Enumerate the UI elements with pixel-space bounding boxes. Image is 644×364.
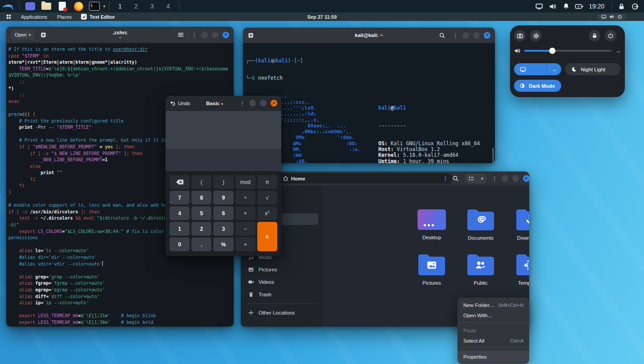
- close-button[interactable]: ×: [223, 32, 229, 38]
- workspace-4[interactable]: 4: [160, 3, 176, 10]
- logout-icon[interactable]: [628, 1, 641, 12]
- search-icon[interactable]: [452, 175, 459, 182]
- terminal-dropdown-chevron-icon[interactable]: ▾: [103, 4, 105, 8]
- close-button[interactable]: ×: [484, 32, 490, 39]
- taskbar-firefox-icon[interactable]: [73, 1, 84, 11]
- key-6[interactable]: 6: [213, 206, 233, 220]
- key-divide[interactable]: ÷: [235, 191, 255, 204]
- key-2[interactable]: 2: [191, 222, 211, 236]
- key-8[interactable]: 8: [191, 191, 211, 204]
- host-clock[interactable]: 19:20: [589, 3, 604, 10]
- key-sqrt[interactable]: √: [257, 191, 277, 204]
- workspace-2[interactable]: 2: [128, 3, 144, 10]
- kebab-menu-icon[interactable]: ⋮: [191, 32, 197, 38]
- new-tab-icon[interactable]: [40, 32, 47, 38]
- lock-session-icon[interactable]: [615, 1, 628, 12]
- file-manager-titlebar[interactable]: Home ⋮ ▾ ⋮ ×: [241, 172, 529, 186]
- view-toggle-button[interactable]: ▾: [465, 174, 486, 184]
- key-point[interactable]: .: [191, 237, 211, 251]
- sidebar-item-pictures[interactable]: Pictures: [241, 263, 321, 276]
- taskbar-file-manager-icon[interactable]: [25, 1, 36, 11]
- kali-logo[interactable]: [1, 1, 15, 12]
- maximize-button[interactable]: [260, 100, 267, 106]
- focused-app-indicator[interactable]: Text Editor: [77, 14, 119, 20]
- close-button[interactable]: ×: [271, 100, 277, 106]
- folder-item-pictures[interactable]: Pictures: [407, 253, 456, 298]
- dark-mode-toggle[interactable]: Dark Mode: [514, 80, 561, 92]
- maximize-button[interactable]: [512, 175, 519, 182]
- gnome-status-area[interactable]: [597, 14, 626, 20]
- kebab-menu-icon[interactable]: ⋮: [239, 100, 245, 106]
- taskbar-terminal-icon[interactable]: $: [89, 1, 100, 11]
- key-4[interactable]: 4: [170, 206, 190, 220]
- key-0[interactable]: 0: [170, 237, 190, 251]
- minimize-button[interactable]: [462, 32, 469, 39]
- power-button[interactable]: [605, 30, 616, 41]
- key-equals[interactable]: =: [257, 222, 277, 251]
- key-7[interactable]: 7: [170, 191, 190, 204]
- key-9[interactable]: 9: [213, 191, 233, 204]
- key-pi[interactable]: π: [257, 175, 277, 189]
- volume-slider[interactable]: [524, 50, 612, 52]
- sidebar-item-other-locations[interactable]: Other Locations: [241, 307, 321, 319]
- notifications-bell-icon[interactable]: [559, 1, 573, 12]
- volume-slider-knob[interactable]: [549, 48, 555, 54]
- key-1[interactable]: 1: [170, 222, 190, 236]
- new-tab-icon[interactable]: [247, 32, 254, 39]
- taskbar-text-document-icon[interactable]: [57, 1, 68, 11]
- maximize-button[interactable]: [473, 32, 480, 39]
- text-editor-titlebar[interactable]: Open ▾ .zshrc ~/ ⋮ ×: [6, 27, 234, 43]
- folder-item-desktop[interactable]: Desktop: [407, 208, 456, 253]
- volume-tray-icon[interactable]: [546, 1, 559, 12]
- path-bar-menu-icon[interactable]: ⋮: [442, 175, 448, 182]
- workspace-3[interactable]: 3: [144, 3, 160, 10]
- workspace-1[interactable]: 1: [112, 3, 128, 10]
- terminal-titlebar[interactable]: kali@kali: ~ ⋮ ×: [243, 28, 495, 43]
- key-minus[interactable]: −: [235, 222, 255, 236]
- path-bar[interactable]: Home ⋮: [279, 173, 452, 184]
- kebab-menu-icon[interactable]: ⋮: [492, 175, 498, 182]
- menu-item-properties[interactable]: Properties: [458, 351, 529, 363]
- volume-submenu-arrow-icon[interactable]: →: [616, 48, 621, 54]
- kebab-menu-icon[interactable]: ⋮: [453, 32, 458, 39]
- apps-grid-icon[interactable]: [6, 14, 12, 20]
- maximize-button[interactable]: [212, 32, 219, 38]
- view-options-chevron-icon[interactable]: ▾: [478, 174, 486, 184]
- key-mod[interactable]: mod: [235, 175, 255, 189]
- folder-item-templates[interactable]: Templates: [505, 253, 529, 298]
- menu-item-open-with[interactable]: Open With…: [458, 310, 529, 320]
- night-light-toggle[interactable]: Night Light: [565, 63, 620, 75]
- open-button[interactable]: Open ▾: [11, 30, 35, 40]
- taskbar-folder-icon[interactable]: [41, 1, 52, 11]
- screenshot-button[interactable]: [514, 30, 526, 41]
- close-button[interactable]: ×: [523, 175, 529, 182]
- undo-button[interactable]: Undo: [170, 100, 190, 106]
- display-toggle[interactable]: →: [514, 63, 561, 75]
- key-multiply[interactable]: ×: [235, 206, 255, 220]
- applications-menu[interactable]: Applications: [16, 14, 52, 20]
- minimize-button[interactable]: [249, 100, 256, 106]
- menu-item-select-all[interactable]: Select AllCtrl+A: [458, 335, 529, 346]
- battery-icon[interactable]: [573, 1, 586, 12]
- minimize-button[interactable]: [502, 175, 508, 182]
- terminal-scrollbar[interactable]: [492, 147, 494, 163]
- places-menu[interactable]: Places: [52, 14, 77, 20]
- key-plus[interactable]: +: [235, 237, 255, 251]
- list-view-icon[interactable]: [465, 174, 478, 184]
- key-3[interactable]: 3: [213, 222, 233, 236]
- key-square[interactable]: x2: [257, 206, 277, 220]
- display-submenu-arrow-icon[interactable]: →: [551, 66, 557, 73]
- calculator-display[interactable]: [166, 111, 281, 149]
- sidebar-item-videos[interactable]: Videos: [241, 276, 321, 288]
- folder-item-downloads[interactable]: Downloads: [505, 208, 529, 253]
- key-paren-close[interactable]: ): [213, 175, 233, 189]
- key-percent[interactable]: %: [213, 237, 233, 251]
- sidebar-item-trash[interactable]: Trash: [241, 288, 321, 301]
- menu-item-paste[interactable]: Paste: [458, 325, 529, 335]
- minimize-button[interactable]: [201, 32, 208, 38]
- display-tray-icon[interactable]: [533, 1, 546, 12]
- search-icon[interactable]: [439, 32, 446, 39]
- calculator-titlebar[interactable]: Undo Basic ▾ ⋮ ×: [166, 96, 281, 111]
- settings-button[interactable]: [530, 30, 542, 41]
- folder-item-documents[interactable]: Documents: [456, 208, 505, 253]
